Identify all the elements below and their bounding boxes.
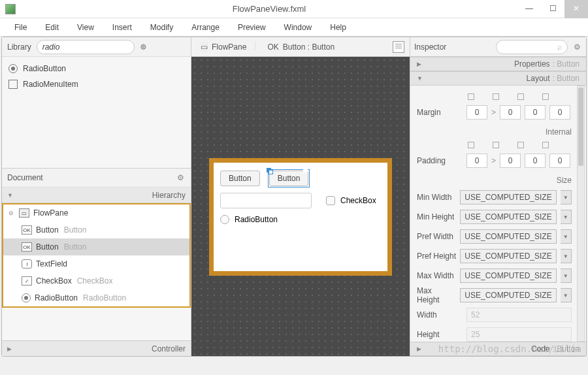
layout-section-header[interactable]: ▼ Layout : Button <box>410 71 586 86</box>
tree-node-label: TextField <box>36 259 67 269</box>
library-item-label: RadioButton <box>23 64 66 73</box>
scrollbar-thumb[interactable] <box>578 88 583 166</box>
pref-height-dropdown[interactable]: USE_COMPUTED_SIZE <box>460 249 556 263</box>
pref-width-dropdown[interactable]: USE_COMPUTED_SIZE <box>460 229 556 244</box>
inspector-panel-header: Inspector ⌕ ⚙ <box>410 37 586 57</box>
max-height-dropdown[interactable]: USE_COMPUTED_SIZE <box>460 288 556 302</box>
hierarchy-section-header[interactable]: ▼ Hierarchy <box>2 188 191 203</box>
menu-window[interactable]: Window <box>275 20 321 35</box>
library-menu-gear-icon[interactable]: ⚙ <box>139 42 149 52</box>
document-menu-gear-icon[interactable]: ⚙ <box>175 173 186 182</box>
hierarchy-tree: ⊖ ▭ FlowPane OK Button Button OK Button … <box>2 203 191 308</box>
dropdown-icon[interactable]: ▼ <box>561 229 572 244</box>
watermark-text: http://blog.csdn.net/Lilia <box>438 344 581 354</box>
library-item-label: RadioMenuItem <box>23 80 78 89</box>
search-icon: ⌕ <box>557 42 562 52</box>
window-close-button[interactable]: ✕ <box>564 0 588 18</box>
library-search-input[interactable] <box>42 42 141 52</box>
expand-right-icon: ▶ <box>417 346 421 352</box>
tree-node-label: RadioButton <box>35 293 78 302</box>
dropdown-icon[interactable]: ▼ <box>561 210 572 224</box>
section-component: : Button <box>553 74 580 83</box>
button-icon: OK <box>22 225 32 235</box>
tree-row-flowpane[interactable]: ⊖ ▭ FlowPane <box>3 204 189 221</box>
tree-row-radiobutton[interactable]: RadioButton RadioButton <box>3 289 189 306</box>
menu-modify[interactable]: Modify <box>141 20 182 35</box>
min-width-dropdown[interactable]: USE_COMPUTED_SIZE <box>460 190 556 204</box>
design-canvas-area[interactable]: Button Button CheckBox RadioButton <box>191 57 410 356</box>
library-item-radiobutton[interactable]: RadioButton <box>2 61 191 76</box>
inspector-title: Inspector <box>414 42 446 52</box>
container-icon: ▭ <box>201 42 208 52</box>
inspector-search[interactable]: ⌕ <box>496 40 568 54</box>
section-label: Properties <box>514 59 550 69</box>
size-label: Size <box>417 176 572 185</box>
menu-preview[interactable]: Preview <box>229 20 275 35</box>
button-icon: OK <box>22 242 32 252</box>
dropdown-icon[interactable]: ▼ <box>561 249 572 263</box>
dropdown-icon[interactable]: ▼ <box>561 288 572 302</box>
content-breadcrumb: ▭ FlowPane 〉 OK Button : Button <box>191 37 410 57</box>
min-height-dropdown[interactable]: USE_COMPUTED_SIZE <box>460 210 556 224</box>
flowpane-canvas[interactable]: Button Button CheckBox RadioButton <box>209 158 392 276</box>
main-menubar: File Edit View Insert Modify Arrange Pre… <box>0 18 588 37</box>
window-maximize-button[interactable]: ☐ <box>541 0 564 18</box>
padding-right-input[interactable]: 0 <box>500 154 521 168</box>
min-height-label: Min Height <box>417 212 456 221</box>
section-component: : Button <box>553 59 580 69</box>
tree-node-suffix: CheckBox <box>77 276 113 285</box>
dropdown-icon[interactable]: ▼ <box>561 269 572 283</box>
window-title: FlowPaneView.fxml <box>21 4 517 14</box>
pref-height-label: Pref Height <box>417 252 456 261</box>
document-title: Document <box>7 173 43 182</box>
tree-node-label: Button <box>36 242 59 252</box>
menu-arrange[interactable]: Arrange <box>182 20 229 35</box>
padding-bottom-input[interactable]: 0 <box>525 154 546 168</box>
padding-left-input[interactable]: 0 <box>549 154 570 168</box>
tree-row-checkbox[interactable]: ✓ CheckBox CheckBox <box>3 272 189 289</box>
properties-section-header[interactable]: ▶ Properties : Button <box>410 57 586 71</box>
library-title: Library <box>7 42 31 52</box>
canvas-radiobutton-circle[interactable] <box>220 215 229 224</box>
max-width-dropdown[interactable]: USE_COMPUTED_SIZE <box>460 269 556 283</box>
dropdown-icon[interactable]: ▼ <box>561 190 572 204</box>
tree-row-button[interactable]: OK Button Button <box>3 221 189 238</box>
breadcrumb-label: Button : Button <box>283 42 335 52</box>
menu-edit[interactable]: Edit <box>36 20 68 35</box>
controller-section-header[interactable]: ▶ Controller <box>2 340 191 356</box>
margin-link-checkboxes <box>417 91 572 103</box>
tree-row-button-selected[interactable]: OK Button Button <box>3 238 189 255</box>
canvas-checkbox-box[interactable] <box>326 196 335 205</box>
canvas-button-2-selected[interactable]: Button <box>269 171 309 186</box>
breadcrumb-separator-icon: 〉 <box>253 40 260 54</box>
sample-data-icon[interactable] <box>393 41 404 53</box>
margin-left-input[interactable]: 0 <box>549 105 570 120</box>
margin-right-input[interactable]: 0 <box>500 105 521 120</box>
menu-view[interactable]: View <box>68 20 103 35</box>
textfield-icon: I <box>22 259 32 269</box>
window-minimize-button[interactable]: — <box>517 0 541 18</box>
internal-label: Internal <box>417 127 572 137</box>
container-icon: ▭ <box>19 208 29 218</box>
tree-row-textfield[interactable]: I TextField <box>3 255 189 272</box>
inspector-menu-gear-icon[interactable]: ⚙ <box>572 42 582 52</box>
padding-top-input[interactable]: 0 <box>466 154 487 168</box>
canvas-button-1[interactable]: Button <box>220 171 260 186</box>
breadcrumb-button[interactable]: OK Button : Button <box>263 42 338 52</box>
library-panel-header: Library × ⚙ <box>2 37 191 57</box>
inspector-scrollbar[interactable] <box>577 86 585 342</box>
canvas-textfield[interactable] <box>220 193 312 208</box>
collapse-icon[interactable]: ⊖ <box>7 210 15 216</box>
menu-file[interactable]: File <box>5 20 36 35</box>
canvas-checkbox-label: CheckBox <box>340 196 376 205</box>
expand-icon: ▼ <box>7 192 13 199</box>
menu-insert[interactable]: Insert <box>103 20 141 35</box>
breadcrumb-flowpane[interactable]: ▭ FlowPane <box>197 42 250 52</box>
scenebuilder-app-icon <box>5 4 16 14</box>
library-search[interactable]: × <box>37 40 135 54</box>
margin-top-input[interactable]: 0 <box>466 105 487 120</box>
menu-help[interactable]: Help <box>321 20 355 35</box>
margin-bottom-input[interactable]: 0 <box>525 105 546 120</box>
library-item-radiomenuitem[interactable]: RadioMenuItem <box>2 76 191 92</box>
height-label: Height <box>417 330 463 339</box>
